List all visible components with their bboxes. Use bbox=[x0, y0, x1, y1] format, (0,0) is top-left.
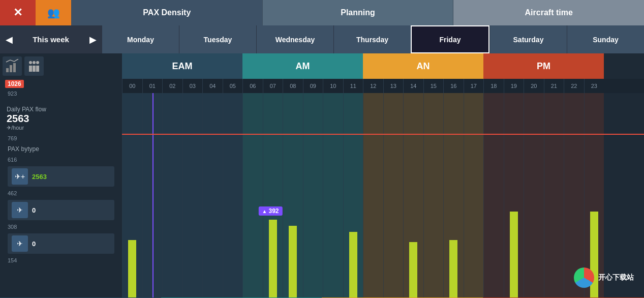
svg-point-3 bbox=[29, 61, 32, 64]
period-header: EAM AM AN PM bbox=[122, 53, 644, 79]
chart-bar bbox=[128, 240, 136, 297]
chart-col-05[interactable] bbox=[223, 93, 243, 297]
period-an: AN bbox=[363, 53, 483, 79]
chart-col-07[interactable]: ▲392 bbox=[263, 93, 283, 297]
hour-label-10: 10 bbox=[323, 79, 343, 93]
chart-bar bbox=[289, 226, 297, 297]
chart-col-10[interactable] bbox=[323, 93, 343, 297]
chart-col-12[interactable] bbox=[363, 93, 383, 297]
y-max-label: 1026 bbox=[3, 79, 119, 89]
chart-bar bbox=[269, 220, 277, 297]
sidebar-icons bbox=[0, 53, 122, 79]
chart-col-22[interactable] bbox=[564, 93, 584, 297]
flow-icon-svg bbox=[27, 59, 41, 73]
hour-label-06: 06 bbox=[242, 79, 263, 93]
chart-body[interactable]: 01:12▲392 bbox=[122, 93, 644, 297]
chart-col-03[interactable] bbox=[182, 93, 203, 297]
hour-label-21: 21 bbox=[544, 79, 564, 93]
day-saturday[interactable]: Saturday bbox=[489, 25, 567, 53]
watermark: 开心下载站 bbox=[574, 267, 634, 288]
hour-label-20: 20 bbox=[524, 79, 544, 93]
hour-label-04: 04 bbox=[202, 79, 223, 93]
svg-rect-7 bbox=[33, 66, 36, 72]
hour-label-23: 23 bbox=[584, 79, 604, 93]
next-week-button[interactable]: ▶ bbox=[84, 25, 102, 53]
chart-col-01[interactable]: 01:12 bbox=[142, 93, 163, 297]
hour-label-05: 05 bbox=[223, 79, 243, 93]
week-label: This week bbox=[18, 25, 84, 53]
y-label-308: 308 bbox=[3, 222, 119, 231]
chart-col-04[interactable] bbox=[202, 93, 223, 297]
period-eam: EAM bbox=[122, 53, 242, 79]
week-nav: ◀ This week ▶ Monday Tuesday Wednesday T… bbox=[0, 25, 644, 53]
y-label-154: 154 bbox=[3, 256, 119, 265]
chart-col-06[interactable] bbox=[242, 93, 263, 297]
y-label-616: 616 bbox=[3, 155, 119, 164]
pax-limit-line bbox=[122, 134, 644, 135]
day-thursday[interactable]: Thursday bbox=[333, 25, 411, 53]
svg-rect-6 bbox=[29, 66, 32, 72]
chart-col-00[interactable] bbox=[122, 93, 142, 297]
chart-col-17[interactable] bbox=[464, 93, 484, 297]
svg-rect-8 bbox=[36, 66, 39, 72]
hour-label-08: 08 bbox=[283, 79, 303, 93]
hour-label-17: 17 bbox=[464, 79, 484, 93]
chart-col-20[interactable] bbox=[524, 93, 544, 297]
pax-type-row-1: ✈+ 2563 bbox=[8, 166, 114, 187]
hour-label-22: 22 bbox=[564, 79, 584, 93]
hour-label-16: 16 bbox=[443, 79, 464, 93]
chart-col-23[interactable] bbox=[584, 93, 604, 297]
svg-rect-1 bbox=[10, 65, 12, 72]
day-tuesday[interactable]: Tuesday bbox=[179, 25, 256, 53]
day-friday[interactable]: Friday bbox=[411, 25, 489, 53]
hour-label-02: 02 bbox=[162, 79, 182, 93]
period-pm: PM bbox=[483, 53, 604, 79]
tab-planning[interactable]: Planning bbox=[262, 0, 453, 25]
hour-label-00: 00 bbox=[122, 79, 142, 93]
day-monday[interactable]: Monday bbox=[102, 25, 179, 53]
watermark-logo bbox=[574, 267, 594, 288]
chart-col-15[interactable] bbox=[423, 93, 444, 297]
chart-col-09[interactable] bbox=[303, 93, 323, 297]
chart-col-02[interactable] bbox=[162, 93, 182, 297]
chart-bar bbox=[449, 240, 457, 297]
y-label-769: 769 bbox=[3, 134, 119, 143]
prev-week-button[interactable]: ◀ bbox=[0, 25, 18, 53]
chart-container: 1026 923 Daily PAX flow 2563 ✈/hour 769 … bbox=[0, 53, 644, 297]
tab-pax-density[interactable]: PAX Density bbox=[71, 0, 262, 25]
hour-label-14: 14 bbox=[403, 79, 423, 93]
tab-bar: ✕ 👥 PAX Density Planning Aircraft time bbox=[0, 0, 644, 25]
chart-col-08[interactable] bbox=[283, 93, 303, 297]
day-sunday[interactable]: Sunday bbox=[567, 25, 644, 53]
pax-type-row-3: ✈ 0 bbox=[8, 233, 114, 254]
svg-rect-2 bbox=[13, 63, 16, 72]
hour-label-19: 19 bbox=[504, 79, 524, 93]
hour-label-15: 15 bbox=[423, 79, 444, 93]
pax-density-icon: 👥 bbox=[36, 0, 71, 25]
chart-col-13[interactable] bbox=[383, 93, 404, 297]
crowd-icon: 👥 bbox=[44, 4, 63, 22]
pax-type-row-2: ✈ 0 bbox=[8, 200, 114, 220]
chart-col-16[interactable] bbox=[443, 93, 464, 297]
hour-label-03: 03 bbox=[182, 79, 203, 93]
pax-flow-icon bbox=[24, 56, 44, 76]
y-label-462: 462 bbox=[3, 189, 119, 198]
pax-type-icon-1: ✈+ bbox=[12, 168, 28, 185]
hour-label-12: 12 bbox=[363, 79, 383, 93]
chart-col-14[interactable] bbox=[403, 93, 423, 297]
y-axis-container: 1026 923 Daily PAX flow 2563 ✈/hour 769 … bbox=[0, 79, 122, 297]
tab-aircraft-time[interactable]: Aircraft time bbox=[453, 0, 644, 25]
hour-labels: 0001020304050607080910111213141516171819… bbox=[122, 79, 644, 93]
day-wednesday[interactable]: Wednesday bbox=[256, 25, 333, 53]
hour-label-18: 18 bbox=[483, 79, 504, 93]
hour-label-13: 13 bbox=[383, 79, 404, 93]
chart-col-21[interactable] bbox=[544, 93, 564, 297]
svg-rect-0 bbox=[6, 68, 9, 72]
chart-bar bbox=[409, 242, 417, 297]
chart-col-11[interactable] bbox=[343, 93, 363, 297]
close-button[interactable]: ✕ bbox=[0, 0, 36, 25]
chart-col-19[interactable] bbox=[504, 93, 524, 297]
chart-bar bbox=[510, 212, 518, 297]
close-icon: ✕ bbox=[13, 6, 22, 19]
chart-col-18[interactable] bbox=[483, 93, 504, 297]
